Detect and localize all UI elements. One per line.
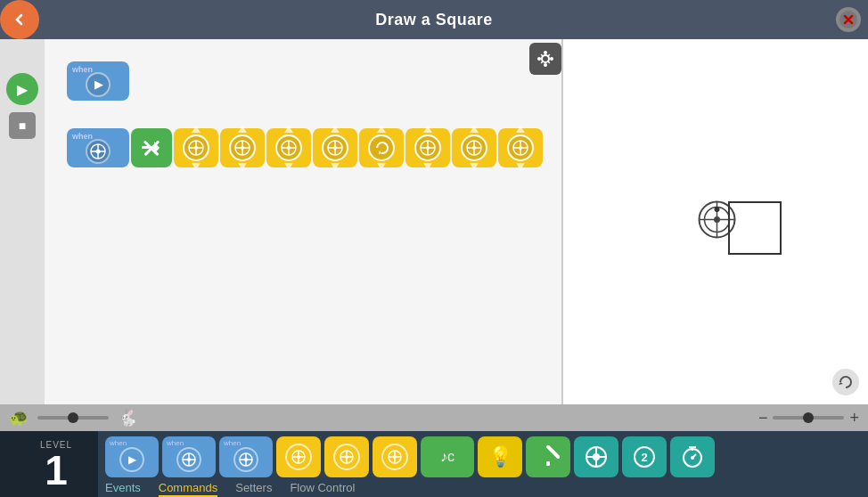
svg-point-56 [244, 458, 248, 461]
drawn-square [728, 201, 782, 255]
palette-yellow-2[interactable] [324, 436, 369, 477]
stop-button[interactable]: ■ [9, 112, 36, 139]
block-row-1: when ▶ [67, 61, 129, 101]
svg-text:2: 2 [641, 451, 647, 464]
palette-tabs-row: Events Commands Setters Flow Control [105, 479, 861, 497]
palette-yellow-1[interactable] [276, 436, 321, 477]
zoom-out-icon[interactable]: − [758, 409, 768, 428]
title-bar: Draw a Square [0, 0, 868, 39]
when-block-2[interactable]: when [67, 128, 129, 167]
rabbit-icon[interactable]: 🐇 [118, 408, 137, 428]
nav-left-controls: 🐢 🐇 [9, 408, 137, 428]
palette-when-robot2[interactable]: when [219, 436, 273, 477]
svg-point-34 [426, 146, 430, 150]
level-panel: LEVEL 1 [0, 431, 98, 497]
svg-point-11 [96, 150, 101, 154]
svg-point-47 [714, 216, 720, 223]
svg-point-5 [544, 63, 547, 67]
palette-when-play[interactable]: when ▶ [105, 436, 159, 477]
play-button[interactable]: ▶ [6, 73, 38, 105]
svg-point-7 [550, 57, 553, 61]
svg-point-68 [393, 455, 397, 459]
block-workspace: when ▶ when [45, 39, 561, 404]
tab-commands[interactable]: Commands [159, 481, 217, 497]
tab-events[interactable]: Events [105, 481, 141, 497]
palette-music[interactable]: ♪c [421, 436, 474, 477]
svg-rect-14 [142, 146, 156, 149]
tab-flow-control[interactable]: Flow Control [290, 481, 355, 497]
left-controls: ▶ ■ [0, 39, 45, 404]
palette-when-robot[interactable]: when [162, 436, 216, 477]
svg-rect-69 [545, 445, 560, 460]
palette-num2[interactable]: 2 [622, 436, 667, 477]
svg-point-0 [12, 12, 28, 28]
bottom-bar: 1 2 3 LEVEL 1 when ▶ when [0, 431, 868, 497]
tab-setters[interactable]: Setters [235, 481, 272, 497]
zoom-in-icon[interactable]: + [849, 409, 859, 428]
svg-point-48 [715, 207, 720, 212]
palette-timer[interactable] [670, 436, 715, 477]
yellow-block-4[interactable] [313, 128, 357, 167]
svg-point-18 [194, 146, 198, 150]
zoom-controls: − + [758, 409, 859, 428]
svg-point-60 [297, 455, 300, 459]
zoom-nav-bar: 🐢 🐇 − + [0, 404, 868, 431]
yellow-block-5[interactable] [405, 128, 450, 167]
svg-point-4 [544, 51, 547, 54]
zoom-slider[interactable] [773, 416, 844, 420]
yellow-block-6[interactable] [452, 128, 496, 167]
svg-point-81 [691, 456, 694, 460]
speed-slider[interactable] [37, 416, 109, 420]
block-row-2: when [67, 128, 543, 167]
yellow-block-7[interactable] [498, 128, 543, 167]
close-button[interactable] [836, 7, 861, 32]
svg-point-38 [472, 146, 476, 150]
settings-icon[interactable] [529, 43, 561, 75]
canvas-refresh-button[interactable] [832, 369, 859, 395]
svg-point-6 [537, 57, 541, 61]
canvas-area [561, 39, 868, 404]
svg-point-30 [333, 146, 337, 150]
back-button[interactable] [0, 0, 39, 39]
svg-point-52 [187, 458, 191, 461]
svg-point-42 [519, 146, 522, 150]
palette-blocks-row: when ▶ when when [105, 435, 861, 479]
svg-point-64 [345, 455, 348, 459]
yellow-block-1[interactable] [174, 128, 218, 167]
svg-point-22 [241, 146, 244, 150]
green-block[interactable] [131, 128, 172, 167]
yellow-block-2[interactable] [220, 128, 265, 167]
yellow-block-rotate[interactable] [359, 128, 404, 167]
page-title: Draw a Square [375, 11, 493, 29]
svg-rect-70 [546, 461, 550, 466]
yellow-block-3[interactable] [266, 128, 311, 167]
palette-pen[interactable] [526, 436, 570, 477]
palette-bulb[interactable]: 💡 [478, 436, 522, 477]
when-block-1[interactable]: when ▶ [67, 61, 129, 101]
palette-wheel[interactable] [574, 436, 618, 477]
svg-point-26 [287, 146, 291, 150]
turtle-icon[interactable]: 🐢 [9, 408, 29, 428]
palette-yellow-3[interactable] [373, 436, 417, 477]
level-number: 1 [45, 450, 68, 491]
block-palette: when ▶ when when [98, 431, 868, 497]
